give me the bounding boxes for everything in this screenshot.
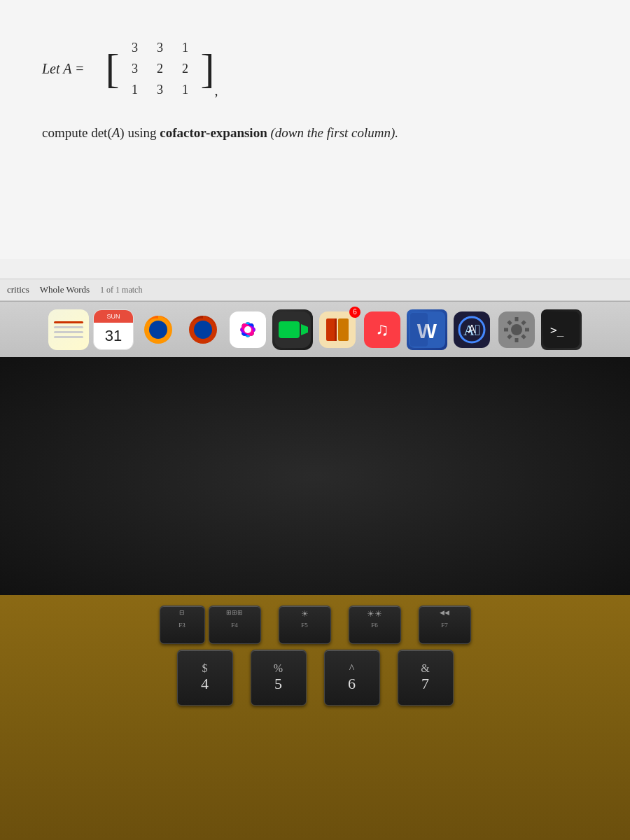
find-bar[interactable]: critics Whole Words 1 of 1 match [0,279,630,301]
dock-icon-firefox-dev[interactable] [183,309,223,350]
let-a-label: Let A = [42,61,85,77]
screen-area: Let A = [ 3 3 1 3 2 2 1 3 1 ] , [0,0,630,301]
svg-line-39 [508,335,511,338]
fn-key-row: ⊟ F3 ⊞⊞⊞ F4 ☀ F5 ☀☀ F6 ◀◀ F7 [7,606,623,644]
comma: , [215,83,218,99]
svg-point-13 [244,326,251,333]
key-7[interactable]: & 7 [398,650,454,706]
dock-icon-facetime[interactable] [272,309,313,350]
dock-icon-word[interactable]: W [407,309,447,350]
dock-icon-firefox[interactable] [138,309,178,350]
svg-rect-19 [338,318,349,341]
keyboard: ⊟ F3 ⊞⊞⊞ F4 ☀ F5 ☀☀ F6 ◀◀ F7 $ 4 [0,595,630,840]
svg-point-31 [511,324,522,335]
svg-point-3 [194,321,212,339]
cell-1-2: 2 [176,59,195,78]
svg-rect-15 [279,321,300,338]
dock-icon-music[interactable]: ♫ [362,309,402,350]
svg-text:A: A [468,323,476,335]
cell-0-2: 1 [176,38,195,57]
key-F5[interactable]: ☀ F5 [279,606,331,644]
dock: SUN 31 [0,301,630,357]
key-F6[interactable]: ☀☀ F6 [349,606,401,644]
key-F7[interactable]: ◀◀ F7 [419,606,471,644]
bracket-left: [ [106,48,120,90]
document-content: Let A = [ 3 3 1 3 2 2 1 3 1 ] , [0,0,630,259]
svg-rect-20 [335,318,337,341]
dock-icon-calendar[interactable]: SUN 31 [93,309,134,350]
matrix-equation: Let A = [ 3 3 1 3 2 2 1 3 1 ] , [42,35,588,102]
key-4[interactable]: $ 4 [177,650,233,706]
dock-icon-books[interactable]: 6 [317,309,358,350]
dock-icon-notes[interactable] [48,309,89,350]
matrix-grid: 3 3 1 3 2 2 1 3 1 [120,35,201,102]
cell-1-1: 2 [150,59,170,78]
match-count: 1 of 1 match [100,285,142,295]
dark-background [0,357,630,595]
cell-2-0: 1 [125,80,145,99]
number-key-row: $ 4 % 5 ^ 6 & 7 [7,650,623,706]
svg-text:>_: >_ [550,323,564,337]
svg-point-1 [149,321,167,339]
key-6[interactable]: ^ 6 [324,650,380,706]
svg-rect-25 [410,313,428,346]
search-term-display: critics [7,284,29,295]
dock-icon-terminal[interactable]: >_ [541,309,582,350]
compute-instruction: compute det(A) using cofactor-expansion … [42,123,588,144]
dock-icon-instruments[interactable]: A⃝ A [451,309,492,350]
key-F3[interactable]: ⊟ F3 [160,606,205,644]
svg-text:♫: ♫ [375,319,389,340]
whole-words-option[interactable]: Whole Words [40,284,90,295]
svg-rect-17 [319,312,356,348]
cell-0-1: 3 [150,38,170,57]
books-badge: 6 [349,307,360,318]
svg-line-37 [522,335,525,338]
svg-line-38 [522,321,525,324]
key-5[interactable]: % 5 [251,650,307,706]
cell-2-1: 3 [150,80,170,99]
matrix-display: [ 3 3 1 3 2 2 1 3 1 ] , [106,35,218,102]
dock-icon-system-preferences[interactable] [496,309,537,350]
dock-icon-photos[interactable] [227,309,268,350]
cell-0-0: 3 [125,38,145,57]
cell-2-2: 1 [176,80,195,99]
svg-line-36 [508,321,511,324]
cell-1-0: 3 [125,59,145,78]
key-F4[interactable]: ⊞⊞⊞ F4 [209,606,261,644]
bracket-right: ] [201,48,215,90]
